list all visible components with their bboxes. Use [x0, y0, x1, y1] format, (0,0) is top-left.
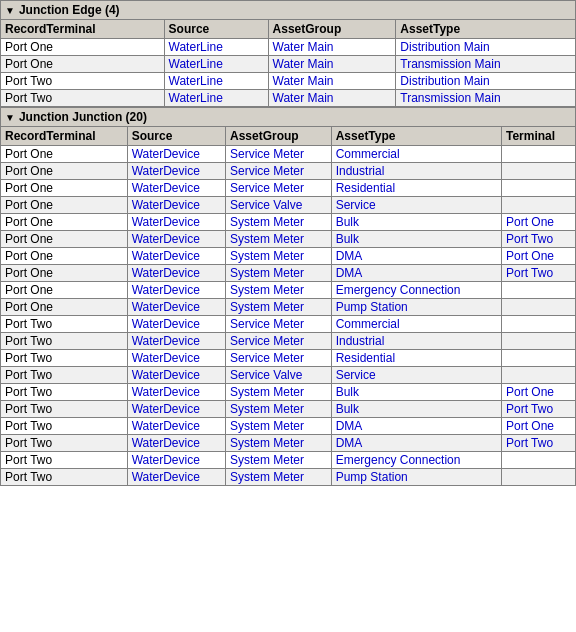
cell-assettype: Service [331, 197, 501, 214]
cell-terminal [501, 367, 575, 384]
cell-source: WaterDevice [127, 265, 225, 282]
table-row: Port TwoWaterDeviceSystem MeterBulkPort … [1, 384, 576, 401]
table-row: Port OneWaterDeviceSystem MeterEmergency… [1, 282, 576, 299]
cell-recordterminal: Port One [1, 146, 128, 163]
cell-assettype: Pump Station [331, 299, 501, 316]
cell-assettype: Bulk [331, 384, 501, 401]
cell-assetgroup: System Meter [225, 435, 331, 452]
cell-assetgroup: Water Main [268, 90, 396, 107]
table-junction-edge: RecordTerminalSourceAssetGroupAssetTypeP… [0, 19, 576, 107]
cell-source: WaterDevice [127, 248, 225, 265]
section-header-junction-junction: ▼Junction Junction (20) [0, 107, 576, 126]
cell-assettype: Emergency Connection [331, 452, 501, 469]
table-row: Port TwoWaterDeviceService MeterResident… [1, 350, 576, 367]
cell-recordterminal: Port One [1, 39, 165, 56]
cell-recordterminal: Port Two [1, 418, 128, 435]
section-title: Junction Edge (4) [19, 3, 120, 17]
cell-recordterminal: Port Two [1, 350, 128, 367]
cell-terminal [501, 146, 575, 163]
cell-recordterminal: Port One [1, 197, 128, 214]
cell-source: WaterDevice [127, 231, 225, 248]
cell-terminal [501, 333, 575, 350]
cell-source: WaterDevice [127, 197, 225, 214]
cell-assetgroup: System Meter [225, 248, 331, 265]
collapse-icon[interactable]: ▼ [5, 5, 15, 16]
cell-recordterminal: Port Two [1, 333, 128, 350]
table-row: Port OneWaterDeviceSystem MeterDMAPort T… [1, 265, 576, 282]
cell-source: WaterDevice [127, 401, 225, 418]
table-row: Port OneWaterDeviceService MeterCommerci… [1, 146, 576, 163]
table-row: Port OneWaterDeviceService MeterResident… [1, 180, 576, 197]
cell-source: WaterLine [164, 90, 268, 107]
cell-assetgroup: Service Meter [225, 350, 331, 367]
cell-assetgroup: Service Meter [225, 180, 331, 197]
cell-terminal [501, 316, 575, 333]
col-header-source: Source [127, 127, 225, 146]
cell-terminal: Port Two [501, 231, 575, 248]
cell-assetgroup: System Meter [225, 469, 331, 486]
cell-source: WaterDevice [127, 384, 225, 401]
cell-recordterminal: Port One [1, 214, 128, 231]
cell-recordterminal: Port One [1, 282, 128, 299]
cell-terminal [501, 350, 575, 367]
cell-assetgroup: Service Valve [225, 367, 331, 384]
cell-assetgroup: Service Valve [225, 197, 331, 214]
col-header-assettype: AssetType [396, 20, 576, 39]
cell-source: WaterDevice [127, 350, 225, 367]
cell-recordterminal: Port Two [1, 367, 128, 384]
cell-assettype: Transmission Main [396, 56, 576, 73]
collapse-icon[interactable]: ▼ [5, 112, 15, 123]
table-row: Port TwoWaterLineWater MainDistribution … [1, 73, 576, 90]
cell-terminal [501, 299, 575, 316]
cell-source: WaterDevice [127, 316, 225, 333]
cell-assetgroup: System Meter [225, 231, 331, 248]
cell-assettype: Bulk [331, 214, 501, 231]
col-header-assetgroup: AssetGroup [268, 20, 396, 39]
table-row: Port OneWaterDeviceSystem MeterBulkPort … [1, 214, 576, 231]
cell-assettype: Emergency Connection [331, 282, 501, 299]
cell-assettype: Residential [331, 350, 501, 367]
table-row: Port OneWaterLineWater MainTransmission … [1, 56, 576, 73]
cell-assettype: Pump Station [331, 469, 501, 486]
cell-source: WaterDevice [127, 282, 225, 299]
cell-recordterminal: Port Two [1, 469, 128, 486]
table-row: Port TwoWaterDeviceSystem MeterDMAPort O… [1, 418, 576, 435]
table-row: Port TwoWaterLineWater MainTransmission … [1, 90, 576, 107]
table-row: Port TwoWaterDeviceSystem MeterEmergency… [1, 452, 576, 469]
cell-recordterminal: Port Two [1, 316, 128, 333]
cell-terminal: Port Two [501, 401, 575, 418]
cell-assettype: DMA [331, 248, 501, 265]
cell-source: WaterDevice [127, 180, 225, 197]
table-row: Port OneWaterDeviceService ValveService [1, 197, 576, 214]
cell-recordterminal: Port One [1, 231, 128, 248]
cell-assetgroup: Service Meter [225, 163, 331, 180]
cell-assetgroup: System Meter [225, 401, 331, 418]
cell-assetgroup: Water Main [268, 73, 396, 90]
cell-source: WaterDevice [127, 214, 225, 231]
col-header-terminal: Terminal [501, 127, 575, 146]
cell-recordterminal: Port Two [1, 384, 128, 401]
cell-assettype: Distribution Main [396, 39, 576, 56]
cell-terminal: Port Two [501, 265, 575, 282]
cell-recordterminal: Port Two [1, 435, 128, 452]
cell-source: WaterDevice [127, 299, 225, 316]
cell-recordterminal: Port Two [1, 452, 128, 469]
col-header-assettype: AssetType [331, 127, 501, 146]
cell-terminal [501, 180, 575, 197]
cell-assettype: Industrial [331, 333, 501, 350]
cell-terminal [501, 163, 575, 180]
cell-assettype: Commercial [331, 316, 501, 333]
cell-assetgroup: System Meter [225, 452, 331, 469]
table-row: Port OneWaterDeviceService MeterIndustri… [1, 163, 576, 180]
cell-source: WaterDevice [127, 163, 225, 180]
col-header-recordterminal: RecordTerminal [1, 20, 165, 39]
cell-assetgroup: System Meter [225, 214, 331, 231]
cell-assettype: Industrial [331, 163, 501, 180]
cell-assettype: DMA [331, 265, 501, 282]
cell-recordterminal: Port One [1, 248, 128, 265]
table-row: Port TwoWaterDeviceSystem MeterPump Stat… [1, 469, 576, 486]
cell-assettype: Residential [331, 180, 501, 197]
cell-assettype: Transmission Main [396, 90, 576, 107]
col-header-source: Source [164, 20, 268, 39]
cell-source: WaterDevice [127, 367, 225, 384]
